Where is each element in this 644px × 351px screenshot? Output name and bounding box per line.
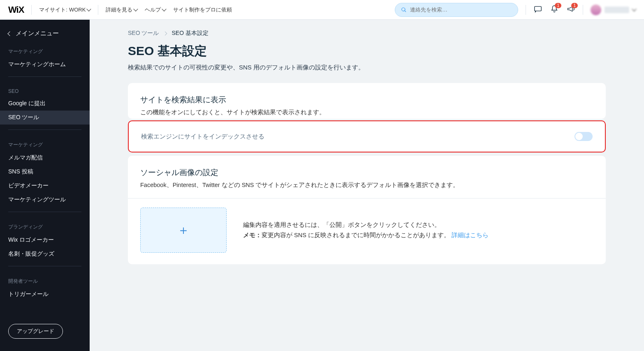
main-content: SEO ツール SEO 基本設定 SEO 基本設定 検索結果でのサイトの可視性の… <box>90 20 644 351</box>
wix-logo[interactable]: WiX <box>8 5 24 15</box>
chevron-down-icon <box>134 7 138 11</box>
separator <box>8 129 81 130</box>
section-label: SEO <box>0 82 90 97</box>
divider <box>98 5 98 15</box>
back-to-main-menu[interactable]: メインメニュー <box>0 25 90 42</box>
card-desc: この機能をオンにしておくと、サイトが検索結果で表示されます。 <box>140 109 593 116</box>
image-upload-box[interactable]: ＋ <box>140 208 227 253</box>
card-search-visibility: サイトを検索結果に表示 この機能をオンにしておくと、サイトが検索結果で表示されま… <box>128 83 606 119</box>
separator <box>8 212 81 212</box>
user-name <box>605 7 629 13</box>
section-label: ブランディング <box>0 217 90 233</box>
page-subtitle: 検索結果でのサイトの可視性の変更や、SNS 用のデフォルト画像の設定を行います。 <box>128 64 606 72</box>
announce-badge: 1 <box>571 3 578 8</box>
sidebar-item-marketing-tools[interactable]: マーケティングツール <box>0 193 90 207</box>
sidebar-item-newsletter[interactable]: メルマガ配信 <box>0 151 90 165</box>
chevron-left-icon <box>7 31 12 36</box>
chevron-right-icon <box>163 31 167 35</box>
mysite-label: マイサイト: <box>39 6 67 14</box>
section-label: マーケティング <box>0 135 90 151</box>
mysite-dropdown[interactable]: マイサイト: WORK <box>39 6 90 14</box>
divider <box>526 5 526 15</box>
index-toggle[interactable] <box>575 132 593 141</box>
sidebar-item-business-cards[interactable]: 名刺・販促グッズ <box>0 247 90 261</box>
sidebar-item-logo-maker[interactable]: Wix ロゴメーカー <box>0 233 90 247</box>
sidebar-item-sns-post[interactable]: SNS 投稿 <box>0 165 90 179</box>
plus-icon: ＋ <box>177 222 190 239</box>
sidebar-item-seo-tools[interactable]: SEO ツール <box>0 111 90 125</box>
details-label: 詳細を見る <box>106 6 132 14</box>
chevron-down-icon <box>87 7 91 11</box>
memo-label: メモ： <box>243 232 262 238</box>
apply-text: 編集内容を適用させるには、「公開」ボタンをクリックしてください。 <box>243 220 489 230</box>
index-toggle-panel: 検索エンジンにサイトをインデックスさせる <box>128 120 606 152</box>
announce-icon[interactable]: 1 <box>566 5 575 15</box>
separator <box>8 266 81 266</box>
mysite-name: WORK <box>69 7 86 13</box>
bell-badge: 1 <box>555 3 561 8</box>
user-menu[interactable] <box>591 5 636 15</box>
memo-text: 変更内容が SNS に反映されるまでに時間がかかることがあります。 <box>262 232 450 238</box>
sidebar: メインメニュー マーケティング マーケティングホーム SEO Google に提… <box>0 20 90 351</box>
sidebar-item-trigger-mail[interactable]: トリガーメール <box>0 287 90 301</box>
upgrade-button[interactable]: アップグレード <box>8 324 63 339</box>
details-dropdown[interactable]: 詳細を見る <box>106 6 137 14</box>
upload-help-text: 編集内容を適用させるには、「公開」ボタンをクリックしてください。 メモ：変更内容… <box>243 220 489 240</box>
topbar: WiX マイサイト: WORK 詳細を見る ヘルプ サイト制作をプロに依頼 1 … <box>0 0 644 20</box>
sidebar-item-google-submit[interactable]: Google に提出 <box>0 97 90 111</box>
chat-icon[interactable] <box>533 5 542 15</box>
divider <box>583 5 583 15</box>
card-social-image: ソーシャル画像の設定 Facebook、Pinterest、Twitter など… <box>128 156 606 264</box>
divider <box>31 5 32 15</box>
bell-icon[interactable]: 1 <box>550 5 559 15</box>
section-label: マーケティング <box>0 42 90 58</box>
svg-rect-0 <box>535 6 542 11</box>
search-icon <box>401 7 407 13</box>
card-title: サイトを検索結果に表示 <box>140 95 593 105</box>
chevron-down-icon <box>162 7 167 11</box>
search-box[interactable] <box>395 3 518 17</box>
hire-pro-link[interactable]: サイト制作をプロに依頼 <box>173 6 232 14</box>
breadcrumb: SEO ツール SEO 基本設定 <box>128 30 606 37</box>
sidebar-item-marketing-home[interactable]: マーケティングホーム <box>0 58 90 72</box>
help-label: ヘルプ <box>145 6 161 14</box>
separator <box>8 76 81 77</box>
chevron-down-icon <box>632 7 636 11</box>
toggle-knob <box>575 133 583 140</box>
breadcrumb-root[interactable]: SEO ツール <box>128 30 159 37</box>
search-input[interactable] <box>410 7 512 13</box>
toggle-label: 検索エンジンにサイトをインデックスさせる <box>141 133 264 141</box>
card-title: ソーシャル画像の設定 <box>140 167 593 178</box>
back-label: メインメニュー <box>16 30 59 37</box>
avatar <box>591 5 601 15</box>
card-desc: Facebook、Pinterest、Twitter などの SNS でサイトが… <box>140 181 593 189</box>
breadcrumb-current: SEO 基本設定 <box>171 30 208 37</box>
help-dropdown[interactable]: ヘルプ <box>145 6 166 14</box>
page-title: SEO 基本設定 <box>128 43 606 60</box>
section-label: 開発者ツール <box>0 271 90 287</box>
sidebar-item-video-maker[interactable]: ビデオメーカー <box>0 179 90 193</box>
separator <box>128 198 606 199</box>
details-link[interactable]: 詳細はこちら <box>452 232 489 238</box>
